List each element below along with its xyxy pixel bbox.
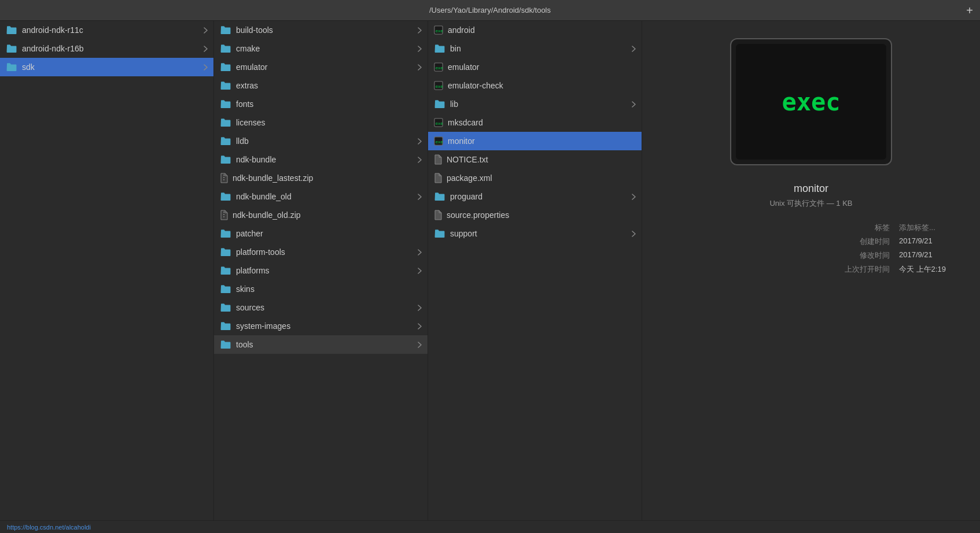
item-name: mksdcard: [448, 118, 636, 127]
item-name: support: [450, 229, 632, 238]
item-name: emulator-check: [448, 81, 636, 90]
item-name: android-ndk-r16b: [22, 44, 204, 53]
meta-row-modified: 修改时间 2017/9/21: [665, 250, 957, 261]
column-2: build-tools cmake emulator extras fonts …: [214, 21, 428, 520]
add-button[interactable]: +: [966, 3, 973, 17]
item-name: monitor: [448, 136, 636, 146]
list-item[interactable]: lldb: [214, 132, 428, 150]
svg-text:exec: exec: [436, 84, 443, 89]
item-name: patcher: [236, 229, 422, 238]
list-item[interactable]: android-ndk-r16b: [0, 39, 213, 58]
exec-label: exec: [782, 88, 840, 116]
tag-value[interactable]: 添加标签...: [899, 223, 957, 233]
list-item[interactable]: tools: [214, 335, 428, 354]
item-name: sdk: [22, 62, 204, 72]
created-value: 2017/9/21: [899, 236, 957, 247]
list-item[interactable]: sdk: [0, 58, 213, 76]
list-item[interactable]: platform-tools: [214, 243, 428, 261]
list-item[interactable]: system-images: [214, 317, 428, 335]
item-name: ndk-bundle_lastest.zip: [233, 173, 422, 183]
item-name: lldb: [236, 136, 418, 146]
list-item[interactable]: patcher: [214, 224, 428, 243]
item-name: system-images: [236, 321, 418, 331]
modified-label: 修改时间: [860, 250, 890, 261]
list-item[interactable]: android-ndk-r11c: [0, 21, 213, 39]
list-item[interactable]: fonts: [214, 95, 428, 113]
item-name: cmake: [236, 44, 418, 53]
item-name: ndk-bundle_old.zip: [233, 210, 422, 220]
tag-label: 标签: [875, 223, 890, 233]
list-item[interactable]: support: [428, 224, 642, 243]
window-title: /Users/Yao/Library/Android/sdk/tools: [429, 6, 551, 14]
item-name: emulator: [448, 62, 636, 72]
item-name: platforms: [236, 266, 418, 275]
opened-value: 今天 上午2:19: [899, 264, 957, 275]
list-item[interactable]: licenses: [214, 113, 428, 132]
main-content: android-ndk-r11c android-ndk-r16b sdk bu…: [0, 21, 980, 520]
item-name: ndk-bundle_old: [236, 192, 418, 201]
preview-meta: 标签 添加标签... 创建时间 2017/9/21 修改时间 2017/9/21…: [642, 223, 980, 275]
item-name: lib: [450, 99, 632, 109]
item-name: source.properties: [447, 210, 636, 220]
list-item[interactable]: proguard: [428, 187, 642, 206]
list-item[interactable]: sources: [214, 298, 428, 317]
list-item[interactable]: ndk-bundle_old: [214, 187, 428, 206]
status-url: https://blog.csdn.net/alcaholdi: [7, 524, 91, 531]
column-1: android-ndk-r11c android-ndk-r16b sdk: [0, 21, 214, 520]
list-item[interactable]: ndk-bundle: [214, 150, 428, 169]
list-item[interactable]: exec mksdcard: [428, 113, 642, 132]
svg-text:exec: exec: [436, 28, 443, 34]
item-name: extras: [236, 81, 422, 90]
preview-image: exec: [730, 38, 892, 165]
column-3: exec android bin exec emulator exec emul…: [428, 21, 642, 520]
status-bar: https://blog.csdn.net/alcaholdi: [0, 520, 980, 533]
item-name: NOTICE.txt: [447, 155, 636, 164]
list-item[interactable]: ndk-bundle_lastest.zip: [214, 169, 428, 187]
item-name: sources: [236, 303, 418, 312]
list-item[interactable]: platforms: [214, 261, 428, 280]
list-item[interactable]: exec monitor: [428, 132, 642, 150]
item-name: android-ndk-r11c: [22, 25, 204, 35]
item-name: licenses: [236, 118, 422, 127]
list-item[interactable]: skins: [214, 280, 428, 298]
item-name: platform-tools: [236, 247, 418, 257]
svg-text:exec: exec: [436, 139, 443, 145]
list-item[interactable]: exec emulator: [428, 58, 642, 76]
list-item[interactable]: package.xml: [428, 169, 642, 187]
item-name: skins: [236, 284, 422, 294]
meta-row-opened: 上次打开时间 今天 上午2:19: [665, 264, 957, 275]
list-item[interactable]: NOTICE.txt: [428, 150, 642, 169]
item-name: package.xml: [447, 173, 636, 183]
item-name: tools: [236, 340, 418, 349]
item-name: ndk-bundle: [236, 155, 418, 164]
svg-text:exec: exec: [436, 65, 443, 71]
list-item[interactable]: lib: [428, 95, 642, 113]
item-name: fonts: [236, 99, 422, 109]
preview-panel: exec monitor Unix 可执行文件 — 1 KB 标签 添加标签..…: [642, 21, 980, 520]
list-item[interactable]: source.properties: [428, 206, 642, 224]
opened-label: 上次打开时间: [845, 264, 890, 275]
item-name: proguard: [450, 192, 632, 201]
item-name: android: [448, 25, 636, 35]
preview-name: monitor: [794, 183, 828, 195]
meta-row-tag: 标签 添加标签...: [665, 223, 957, 233]
list-item[interactable]: emulator: [214, 58, 428, 76]
svg-text:exec: exec: [436, 121, 443, 126]
list-item[interactable]: extras: [214, 76, 428, 95]
list-item[interactable]: exec emulator-check: [428, 76, 642, 95]
list-item[interactable]: exec android: [428, 21, 642, 39]
modified-value: 2017/9/21: [899, 250, 957, 261]
preview-type: Unix 可执行文件 — 1 KB: [769, 198, 852, 209]
title-bar: /Users/Yao/Library/Android/sdk/tools +: [0, 0, 980, 21]
item-name: build-tools: [236, 25, 418, 35]
list-item[interactable]: build-tools: [214, 21, 428, 39]
list-item[interactable]: bin: [428, 39, 642, 58]
meta-row-created: 创建时间 2017/9/21: [665, 236, 957, 247]
created-label: 创建时间: [860, 236, 890, 247]
item-name: emulator: [236, 62, 418, 72]
item-name: bin: [450, 44, 632, 53]
list-item[interactable]: cmake: [214, 39, 428, 58]
list-item[interactable]: ndk-bundle_old.zip: [214, 206, 428, 224]
